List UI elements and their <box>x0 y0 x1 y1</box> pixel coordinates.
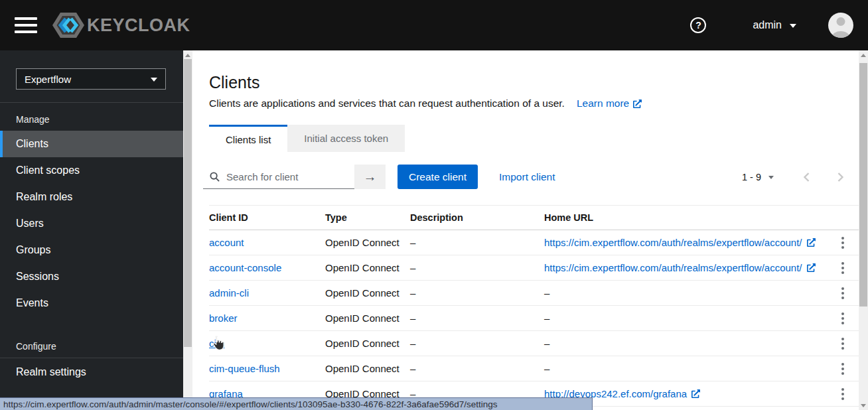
column-description: Description <box>410 212 544 223</box>
clients-table: Client ID Type Description Home URL acco… <box>209 205 859 407</box>
keycloak-logo-icon <box>52 11 85 40</box>
sidebar-item-realm-roles[interactable]: Realm roles <box>0 184 183 210</box>
sidebar-scrollbar[interactable] <box>183 50 192 410</box>
kebab-menu-button[interactable] <box>836 309 849 328</box>
client-type: OpenID Connect <box>325 237 410 248</box>
client-home-url: – <box>544 338 827 349</box>
user-menu-label[interactable]: admin <box>753 19 782 31</box>
search-group: → <box>203 165 386 189</box>
page-scrollbar[interactable] <box>859 50 868 410</box>
table-row-account: account OpenID Connect – https://cim.exp… <box>209 230 859 255</box>
scroll-up-icon[interactable] <box>861 54 866 57</box>
hamburger-menu-button[interactable] <box>15 17 37 33</box>
client-type: OpenID Connect <box>325 338 410 349</box>
pagination-range-dropdown[interactable]: 1 - 9 <box>742 172 774 182</box>
client-id-link[interactable]: account-console <box>209 262 281 273</box>
realm-selector[interactable]: Expertflow <box>16 68 166 90</box>
home-url-link[interactable]: https://cim.expertflow.com/auth/realms/e… <box>544 237 802 248</box>
kebab-menu-button[interactable] <box>836 234 849 252</box>
sidebar-item-groups[interactable]: Groups <box>0 237 183 263</box>
client-id-link[interactable]: admin-cli <box>209 287 249 299</box>
search-input[interactable] <box>225 171 348 183</box>
status-bar-url: https://cim.expertflow.com/auth/admin/ma… <box>3 399 497 409</box>
client-id-link[interactable]: cim <box>209 338 224 349</box>
client-type: OpenID Connect <box>325 287 410 299</box>
sidebar-item-events[interactable]: Events <box>0 290 183 316</box>
scroll-down-icon[interactable] <box>861 404 866 407</box>
column-home-url: Home URL <box>544 212 827 223</box>
toolbar: → Create client Import client 1 - 9 <box>203 165 859 189</box>
scroll-up-icon[interactable] <box>185 54 190 57</box>
client-home-url: https://cim.expertflow.com/auth/realms/e… <box>544 237 827 248</box>
home-url-link: – <box>544 363 549 374</box>
home-url-link: – <box>544 338 549 349</box>
home-url-link: – <box>544 312 549 324</box>
table-row-account-console: account-console OpenID Connect – https:/… <box>209 255 859 281</box>
pagination: 1 - 9 <box>742 172 844 182</box>
nav-section-label: Configure <box>0 316 183 358</box>
pagination-prev-button[interactable] <box>803 172 810 182</box>
user-menu-caret-icon[interactable] <box>790 24 796 31</box>
table-row-cim: cim OpenID Connect – – <box>209 331 859 356</box>
sidebar: Expertflow Manage ClientsClient scopesRe… <box>0 50 183 410</box>
tabs: Clients list Initial access token <box>209 125 859 152</box>
kebab-menu-button[interactable] <box>836 284 849 303</box>
sidebar-item-clients[interactable]: Clients <box>0 131 183 157</box>
client-description: – <box>410 363 544 374</box>
client-description: – <box>410 287 544 299</box>
client-home-url: – <box>544 312 827 324</box>
kebab-menu-button[interactable] <box>836 385 849 403</box>
sidebar-item-client-scopes[interactable]: Client scopes <box>0 157 183 184</box>
client-id-link[interactable]: broker <box>209 312 238 324</box>
client-description: – <box>410 262 544 273</box>
column-client-id: Client ID <box>209 212 325 223</box>
search-box <box>203 165 354 189</box>
import-client-link[interactable]: Import client <box>499 171 555 183</box>
pagination-next-button[interactable] <box>837 172 844 182</box>
client-home-url: – <box>544 287 827 299</box>
help-icon[interactable]: ? <box>690 17 706 33</box>
table-row-cim-queue-flush: cim-queue-flush OpenID Connect – – <box>209 356 859 381</box>
page-scrollbar-thumb[interactable] <box>859 63 867 307</box>
client-type: OpenID Connect <box>325 312 410 324</box>
main-content: Clients Clients are applications and ser… <box>192 50 859 410</box>
pagination-caret-icon <box>768 176 774 182</box>
client-home-url: https://cim.expertflow.com/auth/realms/e… <box>544 262 827 273</box>
client-description: – <box>410 237 544 248</box>
search-submit-button[interactable]: → <box>354 165 386 189</box>
pagination-range-label: 1 - 9 <box>742 172 761 182</box>
sidebar-item-realm-settings[interactable]: Realm settings <box>0 359 183 385</box>
sidebar-divider <box>0 358 183 358</box>
home-url-link[interactable]: https://cim.expertflow.com/auth/realms/e… <box>544 262 802 273</box>
sidebar-item-sessions[interactable]: Sessions <box>0 263 183 290</box>
client-description: – <box>410 312 544 324</box>
page-title: Clients <box>209 73 859 92</box>
sidebar-item-users[interactable]: Users <box>0 210 183 237</box>
client-description: – <box>410 338 544 349</box>
page-description: Clients are applications and services th… <box>209 98 565 109</box>
nav-section-manage: Manage ClientsClient scopesRealm rolesUs… <box>0 103 183 316</box>
create-client-button[interactable]: Create client <box>398 165 478 189</box>
client-id-link[interactable]: cim-queue-flush <box>209 363 280 374</box>
client-type: OpenID Connect <box>325 363 410 374</box>
external-link-icon <box>807 263 816 272</box>
kebab-menu-button[interactable] <box>836 360 849 378</box>
column-type: Type <box>325 212 410 223</box>
nav-section-configure: Configure Realm settings <box>0 316 183 385</box>
sidebar-scrollbar-thumb[interactable] <box>184 59 192 347</box>
realm-selector-value: Expertflow <box>25 74 71 85</box>
home-url-link: – <box>544 287 549 299</box>
avatar[interactable] <box>828 13 853 38</box>
table-row-admin-cli: admin-cli OpenID Connect – – <box>209 281 859 306</box>
tab-initial-access-token[interactable]: Initial access token <box>287 125 405 152</box>
client-id-link[interactable]: account <box>209 237 244 248</box>
learn-more-link[interactable]: Learn more <box>577 98 642 109</box>
status-bar: https://cim.expertflow.com/auth/admin/ma… <box>0 397 593 410</box>
client-home-url: – <box>544 363 827 374</box>
client-type: OpenID Connect <box>325 262 410 273</box>
tab-clients-list[interactable]: Clients list <box>209 125 287 152</box>
keycloak-logo: KEYCLOAK <box>52 11 190 40</box>
keycloak-admin-console: KEYCLOAK ? admin Expertflow Manage Clien… <box>0 0 868 410</box>
kebab-menu-button[interactable] <box>836 259 849 277</box>
kebab-menu-button[interactable] <box>836 334 849 353</box>
